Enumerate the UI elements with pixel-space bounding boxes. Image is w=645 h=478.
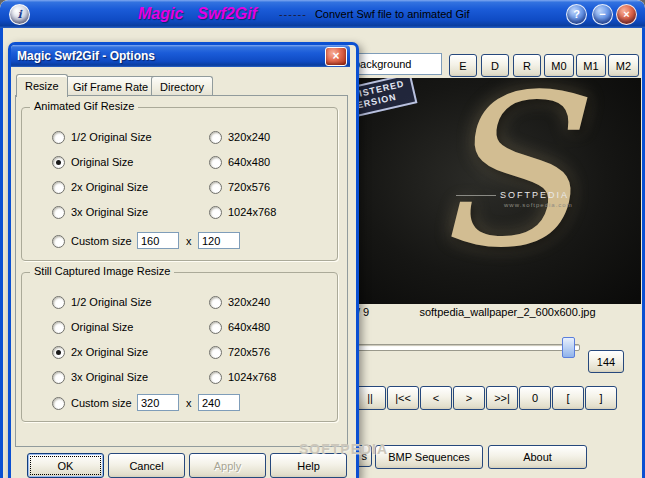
- about-button[interactable]: About: [488, 445, 587, 469]
- radio-label: 1/2 Original Size: [71, 296, 152, 308]
- help-titlebar-button[interactable]: ?: [566, 4, 587, 25]
- softpedia-url-text: www.softpedia.com: [504, 202, 573, 208]
- radio-label: 2x Original Size: [71, 181, 148, 193]
- g1-radio-1024x768[interactable]: 1024x768: [209, 205, 276, 219]
- g2-x-separator: x: [186, 397, 192, 409]
- radio-icon: [209, 346, 222, 359]
- radio-icon: [52, 397, 65, 410]
- g2-radio-3x-original[interactable]: 3x Original Size: [52, 370, 148, 384]
- first-frame-button[interactable]: |<<: [387, 386, 419, 410]
- filename-label: softpedia_wallpaper_2_600x600.jpg: [390, 306, 625, 318]
- g1-x-separator: x: [186, 235, 192, 247]
- g1-radio-2x-original[interactable]: 2x Original Size: [52, 180, 148, 194]
- seek-slider-track[interactable]: [356, 344, 580, 351]
- radio-label: 2x Original Size: [71, 346, 148, 358]
- radio-icon: [209, 181, 222, 194]
- dialog-title: Magic Swf2Gif - Options: [17, 49, 155, 63]
- radio-icon: [52, 296, 65, 309]
- radio-icon: [52, 131, 65, 144]
- radio-icon: [52, 371, 65, 384]
- g1-radio-640x480[interactable]: 640x480: [209, 155, 270, 169]
- radio-icon: [52, 321, 65, 334]
- g1-radio-half-original[interactable]: 1/2 Original Size: [52, 130, 152, 144]
- options-dialog: Magic Swf2Gif - Options × Resize Gif Fra…: [8, 42, 359, 478]
- ok-button[interactable]: OK: [27, 453, 104, 478]
- title-subtitle: Convert Swf file to animated Gif: [315, 8, 470, 20]
- g2-custom-width-input[interactable]: [137, 394, 179, 411]
- g2-radio-1024x768[interactable]: 1024x768: [209, 370, 276, 384]
- background-field[interactable]: [350, 53, 442, 75]
- cancel-button[interactable]: Cancel: [108, 453, 185, 478]
- brand-rule: [456, 195, 496, 196]
- g2-radio-2x-original[interactable]: 2x Original Size: [52, 345, 148, 359]
- radio-icon: [52, 206, 65, 219]
- bmp-sequences-button[interactable]: BMP Sequences: [375, 445, 483, 469]
- seek-slider-thumb[interactable]: [562, 337, 575, 358]
- radio-label: 1/2 Original Size: [71, 131, 152, 143]
- g2-radio-640x480[interactable]: 640x480: [209, 320, 270, 334]
- group1-title: Animated Gif Resize: [30, 100, 138, 112]
- radio-icon: [52, 181, 65, 194]
- radio-icon: [209, 371, 222, 384]
- dialog-titlebar: Magic Swf2Gif - Options ×: [11, 45, 350, 67]
- g2-radio-half-original[interactable]: 1/2 Original Size: [52, 295, 152, 309]
- g2-radio-320x240[interactable]: 320x240: [209, 295, 270, 309]
- next-frame-button[interactable]: >: [453, 386, 485, 410]
- animated-gif-resize-group: Animated Gif Resize 1/2 Original Size Or…: [21, 107, 338, 261]
- radio-icon: [52, 156, 65, 169]
- radio-label: 1024x768: [228, 371, 276, 383]
- group2-title: Still Captured Image Resize: [30, 265, 174, 277]
- title-dashes: ------: [279, 8, 307, 20]
- g1-radio-720x576[interactable]: 720x576: [209, 180, 270, 194]
- radio-icon: [52, 235, 65, 248]
- radio-label: Original Size: [71, 321, 133, 333]
- g1-custom-height-input[interactable]: [198, 232, 240, 249]
- g1-radio-custom-size[interactable]: Custom size: [52, 234, 132, 248]
- radio-label: 640x480: [228, 156, 270, 168]
- g1-radio-320x240[interactable]: 320x240: [209, 130, 270, 144]
- apply-button[interactable]: Apply: [189, 453, 266, 478]
- radio-icon: [209, 156, 222, 169]
- zero-button[interactable]: 0: [519, 386, 551, 410]
- app-title-word1: Magic: [138, 5, 183, 23]
- close-button[interactable]: ×: [616, 4, 637, 25]
- m2-button[interactable]: M2: [608, 54, 639, 77]
- e-button[interactable]: E: [449, 54, 477, 77]
- m0-button[interactable]: M0: [544, 54, 574, 77]
- still-captured-image-resize-group: Still Captured Image Resize 1/2 Original…: [21, 272, 338, 422]
- g2-radio-original[interactable]: Original Size: [52, 320, 133, 334]
- radio-icon: [209, 296, 222, 309]
- g2-custom-height-input[interactable]: [198, 394, 240, 411]
- main-window: i Magic Swf2Gif ------ Convert Swf file …: [0, 0, 645, 478]
- g2-radio-720x576[interactable]: 720x576: [209, 345, 270, 359]
- r-button[interactable]: R: [513, 54, 541, 77]
- m1-button[interactable]: M1: [576, 54, 606, 77]
- radio-label: 3x Original Size: [71, 371, 148, 383]
- bracket-close-button[interactable]: ]: [585, 386, 617, 410]
- radio-label: 720x576: [228, 346, 270, 358]
- radio-label: 640x480: [228, 321, 270, 333]
- minimize-button[interactable]: −: [592, 4, 613, 25]
- d-button[interactable]: D: [481, 54, 509, 77]
- radio-label: Custom size: [71, 235, 132, 247]
- g2-radio-custom-size[interactable]: Custom size: [52, 396, 132, 410]
- info-icon[interactable]: i: [9, 4, 30, 25]
- last-frame-button[interactable]: >>|: [486, 386, 518, 410]
- g1-radio-3x-original[interactable]: 3x Original Size: [52, 205, 148, 219]
- bracket-open-button[interactable]: [: [552, 386, 584, 410]
- app-title-word2: Swf2Gif: [197, 5, 257, 23]
- g1-radio-original[interactable]: Original Size: [52, 155, 133, 169]
- radio-label: Custom size: [71, 397, 132, 409]
- wallpaper-s-glyph: S: [430, 78, 574, 298]
- resize-tab-panel: Animated Gif Resize 1/2 Original Size Or…: [15, 95, 348, 447]
- dialog-close-button[interactable]: ×: [325, 47, 347, 66]
- registered-version-stamp: REGISTERED VERSION: [352, 78, 417, 122]
- tab-gif-frame-rate[interactable]: Gif Frame Rate: [64, 76, 157, 96]
- tab-resize[interactable]: Resize: [16, 74, 68, 97]
- prev-frame-button[interactable]: <: [420, 386, 452, 410]
- softpedia-brand-text: SOFTPEDIA: [500, 190, 569, 200]
- radio-label: 1024x768: [228, 206, 276, 218]
- g1-custom-width-input[interactable]: [137, 232, 179, 249]
- tab-directory[interactable]: Directory: [151, 76, 213, 96]
- radio-icon: [209, 206, 222, 219]
